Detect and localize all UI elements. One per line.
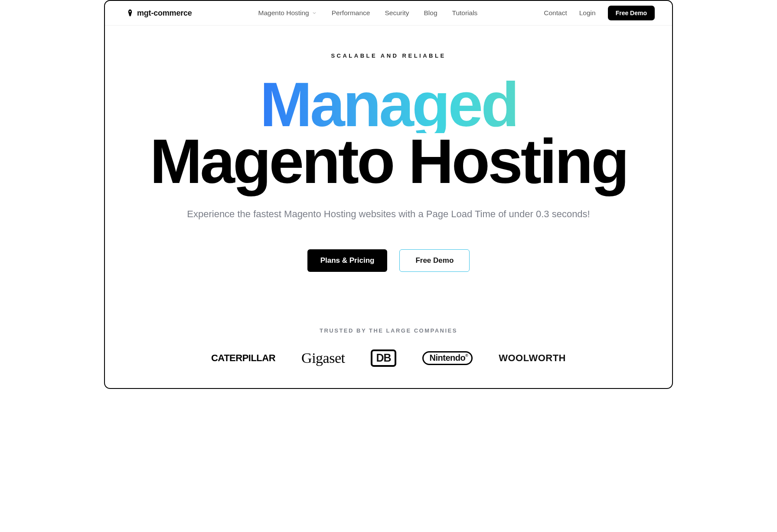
- rocket-icon: [126, 8, 134, 18]
- nav-free-demo-button[interactable]: Free Demo: [608, 6, 655, 20]
- logo-nintendo: Nintendo: [422, 351, 473, 365]
- nav-blog[interactable]: Blog: [424, 9, 437, 17]
- top-nav: mgt-commerce Magento Hosting Performance…: [105, 1, 672, 26]
- nav-tutorials[interactable]: Tutorials: [452, 9, 478, 17]
- hero-subhead: Experience the fastest Magento Hosting w…: [105, 209, 672, 220]
- free-demo-button[interactable]: Free Demo: [399, 249, 470, 272]
- nav-magento-hosting[interactable]: Magento Hosting: [258, 9, 317, 17]
- nav-contact[interactable]: Contact: [544, 9, 567, 17]
- brand-name: mgt-commerce: [137, 9, 192, 18]
- trusted-logos: CATERPILLAR Gigaset DB Nintendo WOOLWORT…: [105, 349, 672, 367]
- hero: SCALABLE AND RELIABLE Managed Magento Ho…: [105, 26, 672, 388]
- nav-right: Contact Login Free Demo: [544, 6, 655, 20]
- nav-center: Magento Hosting Performance Security Blo…: [192, 9, 544, 17]
- trusted-section: TRUSTED BY THE LARGE COMPANIES CATERPILL…: [105, 327, 672, 367]
- logo-gigaset: Gigaset: [301, 350, 345, 366]
- logo-db: DB: [371, 349, 396, 367]
- nav-link-label: Blog: [424, 9, 437, 17]
- plans-pricing-button[interactable]: Plans & Pricing: [307, 249, 388, 272]
- hero-headline: Managed Magento Hosting: [105, 76, 672, 189]
- chevron-down-icon: [312, 10, 317, 16]
- nav-link-label: Contact: [544, 9, 567, 17]
- hero-cta-row: Plans & Pricing Free Demo: [105, 249, 672, 272]
- nav-link-label: Magento Hosting: [258, 9, 309, 17]
- nav-link-label: Login: [579, 9, 596, 17]
- page-frame: mgt-commerce Magento Hosting Performance…: [104, 0, 673, 389]
- hero-kicker: SCALABLE AND RELIABLE: [105, 52, 672, 59]
- logo-caterpillar: CATERPILLAR: [211, 352, 275, 364]
- nav-link-label: Performance: [332, 9, 370, 17]
- nav-security[interactable]: Security: [385, 9, 409, 17]
- nav-login[interactable]: Login: [579, 9, 596, 17]
- logo-woolworth: WOOLWORTH: [499, 352, 566, 364]
- nav-link-label: Tutorials: [452, 9, 478, 17]
- nav-link-label: Security: [385, 9, 409, 17]
- brand-logo[interactable]: mgt-commerce: [126, 8, 192, 18]
- headline-line1: Managed: [260, 76, 517, 133]
- nav-performance[interactable]: Performance: [332, 9, 370, 17]
- headline-line2: Magento Hosting: [150, 126, 627, 196]
- trusted-title: TRUSTED BY THE LARGE COMPANIES: [105, 327, 672, 334]
